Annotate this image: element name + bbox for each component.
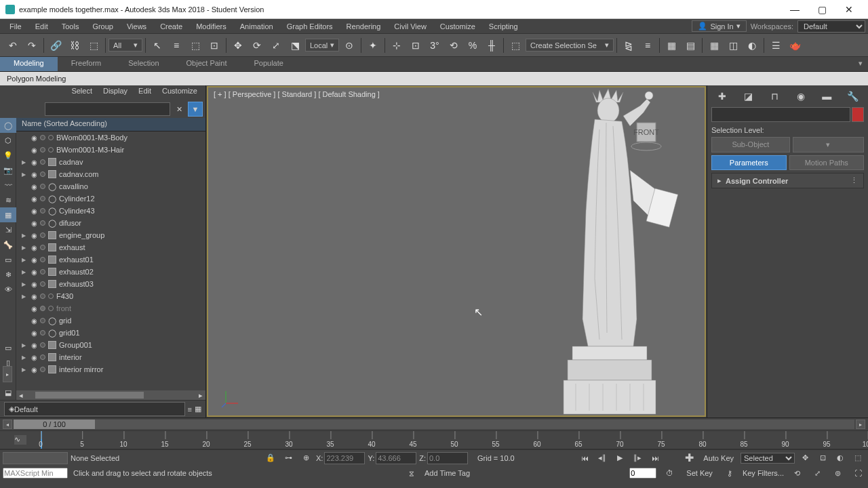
mirror-button[interactable]: ⧎ (620, 37, 637, 54)
trackbar-toggle-icon[interactable]: ∿ (14, 435, 26, 445)
tree-row[interactable]: ▶◉interior mirror (16, 363, 205, 375)
filter-cameras-icon[interactable]: 📷 (0, 163, 16, 178)
scene-tree[interactable]: ◉BWom0001-M3-Body◉BWom0001-M3-Hair▶◉cadn… (16, 131, 205, 390)
freeze-icon[interactable] (40, 245, 45, 250)
x-input[interactable] (324, 452, 365, 464)
menu-edit[interactable]: Edit (28, 21, 55, 32)
material-editor-button[interactable]: ◐ (743, 37, 761, 54)
expand-arrow-icon[interactable]: ▶ (22, 281, 28, 287)
object-name-input[interactable] (711, 107, 850, 122)
key-mode-icon[interactable]: ⊶ (281, 451, 296, 465)
axis-button[interactable]: ╫ (483, 37, 500, 54)
filter-bone-icon[interactable]: 🦴 (0, 237, 16, 252)
render-button[interactable]: 🫖 (786, 37, 804, 54)
menu-file[interactable]: File (3, 21, 28, 32)
tree-row[interactable]: ▶◉cadnav (16, 156, 205, 168)
hierarchy-tab-icon[interactable]: ⊓ (766, 89, 783, 103)
menu-modifiers[interactable]: Modifiers (189, 21, 233, 32)
se-menu-select[interactable]: Select (71, 87, 92, 99)
freeze-icon[interactable] (40, 257, 45, 262)
expand-arrow-icon[interactable]: ▶ (22, 232, 28, 239)
window-crossing-button[interactable]: ⊡ (205, 37, 223, 54)
filter-xref-icon[interactable]: ⇲ (0, 222, 16, 237)
visibility-icon[interactable]: ◉ (31, 329, 37, 337)
expand-arrow-icon[interactable]: ▶ (22, 269, 28, 275)
freeze-icon[interactable] (40, 330, 45, 336)
goto-end-button[interactable]: ⏭ (648, 451, 663, 465)
tree-row[interactable]: ◉◯grid (16, 314, 205, 327)
tree-row[interactable]: ◉◯cavallino (16, 180, 205, 192)
align-button[interactable]: ≡ (639, 37, 656, 54)
z-input[interactable] (427, 452, 468, 464)
filter-helpers-icon[interactable]: 〰 (0, 178, 16, 192)
isolate-icon[interactable]: ⊕ (298, 451, 313, 465)
tree-row[interactable]: ◉◯grid01 (16, 327, 205, 339)
percent-snap-button[interactable]: 3° (426, 37, 443, 54)
freeze-icon[interactable] (40, 135, 45, 140)
set-key-large-button[interactable]: ✚ (682, 451, 696, 465)
expand-arrow-icon[interactable]: ▶ (22, 245, 28, 251)
filter-lights-icon[interactable]: 💡 (0, 148, 16, 163)
visibility-icon[interactable]: ◉ (31, 366, 37, 373)
nav-fov-icon[interactable]: ◐ (833, 451, 848, 465)
angle-snap-button[interactable]: ⊡ (407, 37, 425, 54)
layer-btn1-icon[interactable]: ≡ (188, 405, 192, 413)
tree-row[interactable]: ◉front (16, 302, 205, 314)
assign-controller-rollout[interactable]: ▸ Assign Controller ⋮ (711, 173, 864, 188)
render-setup-button[interactable]: ☰ (767, 37, 785, 54)
se-menu-edit[interactable]: Edit (138, 87, 151, 99)
viewport[interactable]: [ + ] [ Perspective ] [ Standard ] [ Def… (207, 86, 706, 417)
visibility-icon[interactable]: ◉ (31, 134, 37, 142)
redo-button[interactable]: ↷ (23, 37, 41, 54)
expand-arrow-icon[interactable]: ▶ (22, 171, 28, 178)
visibility-icon[interactable]: ◉ (31, 244, 37, 251)
tree-row[interactable]: ◉BWom0001-M3-Body (16, 131, 205, 144)
expand-arrow-icon[interactable]: ▶ (22, 159, 28, 165)
freeze-icon[interactable] (40, 367, 45, 372)
tab-populate[interactable]: Populate (240, 57, 296, 71)
visibility-icon[interactable]: ◉ (31, 220, 37, 227)
menu-tools[interactable]: Tools (55, 21, 86, 32)
subobject-dropdown[interactable]: ▾ (793, 137, 864, 152)
freeze-icon[interactable] (40, 354, 45, 360)
nav-region-icon[interactable]: ⬚ (850, 451, 865, 465)
link-button[interactable]: 🔗 (47, 37, 64, 54)
prev-frame-button[interactable]: ◂∥ (595, 451, 610, 465)
freeze-icon[interactable] (40, 196, 45, 201)
maximize-button[interactable]: ▢ (808, 0, 835, 19)
ribbon-expand-icon[interactable]: ▾ (853, 57, 868, 71)
set-key-button[interactable]: Set Key (682, 468, 717, 479)
time-config-icon[interactable]: ⏱ (662, 466, 677, 480)
minimize-button[interactable]: — (781, 0, 808, 19)
time-slider-handle[interactable]: 0 / 100 (14, 420, 95, 429)
tree-row[interactable]: ▶◉F430 (16, 290, 205, 302)
tab-selection[interactable]: Selection (115, 57, 172, 71)
expand-arrow-icon[interactable]: ▶ (22, 354, 28, 361)
signin-button[interactable]: 👤 Sign In ▾ (692, 20, 746, 32)
freeze-icon[interactable] (40, 342, 45, 348)
spinner-snap-button[interactable]: ⟲ (445, 37, 462, 54)
layer-explorer-button[interactable]: ▦ (663, 37, 680, 54)
visibility-icon[interactable]: ◉ (31, 232, 37, 239)
freeze-icon[interactable] (40, 147, 45, 152)
time-slider-prev[interactable]: ◂ (3, 420, 12, 429)
freeze-icon[interactable] (40, 220, 45, 226)
freeze-icon[interactable] (40, 293, 45, 299)
key-filter-dropdown[interactable]: Selected (741, 453, 795, 464)
visibility-icon[interactable]: ◉ (31, 342, 37, 349)
menu-group[interactable]: Group (85, 21, 120, 32)
menu-civil-view[interactable]: Civil View (387, 21, 433, 32)
visibility-icon[interactable]: ◉ (31, 268, 37, 276)
unlink-button[interactable]: ⛓ (66, 37, 83, 54)
clear-search-icon[interactable]: ✕ (172, 102, 186, 117)
subobject-button[interactable]: Sub-Object (711, 137, 790, 152)
percent-button[interactable]: % (464, 37, 481, 54)
filter-shapes-icon[interactable]: ⬡ (0, 133, 16, 148)
named-selection-button[interactable]: ⬚ (507, 37, 524, 54)
tree-row[interactable]: ▶◉exhaust03 (16, 278, 205, 290)
nav-zoom-icon[interactable]: ⊡ (815, 451, 830, 465)
filter-container-icon[interactable]: ▭ (0, 252, 16, 267)
freeze-icon[interactable] (40, 208, 45, 214)
nav-orbit-icon[interactable]: ⟲ (789, 466, 804, 480)
se-menu-customize[interactable]: Customize (162, 87, 197, 99)
